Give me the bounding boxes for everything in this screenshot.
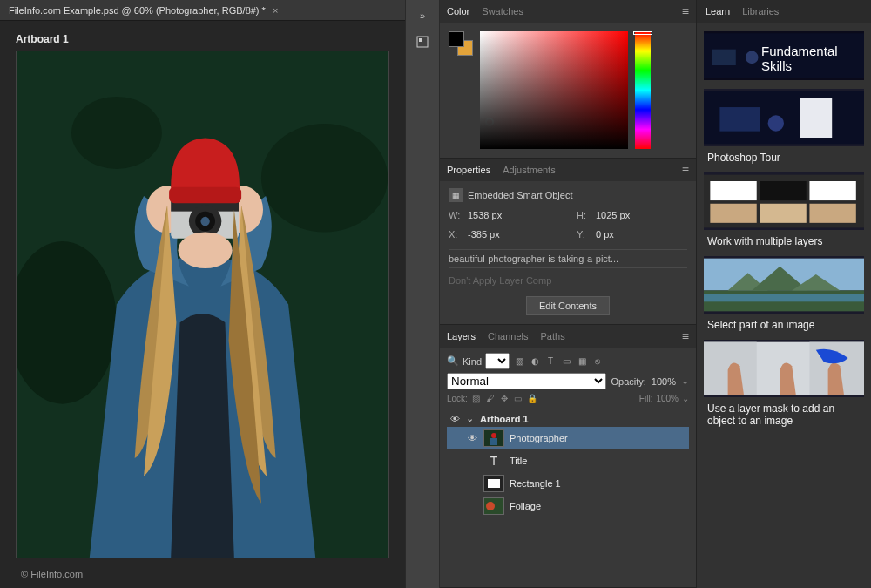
document-tab[interactable]: FileInfo.com Example.psd @ 60% (Photogra… bbox=[0, 0, 405, 21]
kind-filter-label: Kind bbox=[463, 356, 482, 367]
filter-type-icon[interactable]: T bbox=[544, 355, 557, 368]
layer-name[interactable]: Foliage bbox=[510, 501, 541, 511]
svg-rect-17 bbox=[490, 438, 497, 445]
layer-thumbnail bbox=[483, 497, 504, 515]
height-value[interactable]: 1025 px bbox=[596, 210, 630, 220]
opacity-value[interactable]: 100% bbox=[652, 376, 676, 387]
svg-rect-27 bbox=[719, 107, 760, 132]
layer-rectangle[interactable]: Rectangle 1 bbox=[447, 472, 689, 495]
tab-libraries[interactable]: Libraries bbox=[742, 6, 779, 17]
height-label: H: bbox=[577, 210, 591, 220]
y-value[interactable]: 0 px bbox=[596, 229, 614, 240]
learn-tile-tour[interactable]: Photoshop Tour bbox=[704, 89, 864, 166]
layer-thumbnail bbox=[483, 475, 504, 492]
svg-point-24 bbox=[746, 51, 759, 64]
edit-contents-button[interactable]: Edit Contents bbox=[526, 296, 610, 315]
fg-bg-swatch[interactable] bbox=[449, 31, 473, 56]
fill-label: Fill: bbox=[639, 394, 653, 403]
filter-pixel-icon[interactable]: ▧ bbox=[513, 355, 525, 368]
layer-comp-select[interactable]: Don't Apply Layer Comp bbox=[449, 274, 687, 293]
lock-all-icon[interactable]: 🔒 bbox=[527, 393, 537, 403]
layer-name[interactable]: Title bbox=[510, 456, 527, 466]
blend-mode-select[interactable]: Normal bbox=[447, 373, 606, 389]
width-label: W: bbox=[449, 210, 463, 220]
layer-thumbnail bbox=[483, 429, 504, 447]
close-icon[interactable]: × bbox=[273, 5, 278, 16]
lock-position-icon[interactable]: ✥ bbox=[499, 393, 510, 403]
learn-tile-select[interactable]: Select part of an image bbox=[704, 256, 864, 333]
layers-panel: Layers Channels Paths ≡ 🔍 Kind ▧ ◐ T ▭ ▦… bbox=[440, 325, 696, 588]
panel-menu-icon[interactable]: ≡ bbox=[682, 329, 689, 343]
learn-panel: Learn Libraries Fundamental Skills Photo… bbox=[697, 0, 871, 588]
tab-channels[interactable]: Channels bbox=[488, 328, 528, 345]
filter-smartobject-icon[interactable]: ▦ bbox=[576, 355, 588, 368]
collapsed-panels-strip: » bbox=[405, 0, 440, 588]
y-label: Y: bbox=[577, 229, 591, 240]
layer-name[interactable]: Rectangle 1 bbox=[510, 478, 561, 489]
svg-point-28 bbox=[768, 115, 784, 131]
document-title: FileInfo.com Example.psd @ 60% (Photogra… bbox=[9, 5, 266, 16]
watermark: © FileInfo.com bbox=[21, 569, 83, 579]
tab-learn[interactable]: Learn bbox=[706, 6, 730, 17]
layer-title[interactable]: T Title bbox=[447, 449, 689, 472]
filter-adjustment-icon[interactable]: ◐ bbox=[529, 355, 541, 368]
svg-rect-26 bbox=[800, 98, 832, 138]
learn-tile-mask[interactable]: Use a layer mask to add an object to an … bbox=[704, 340, 864, 429]
embedded-filename: beautiful-photographer-is-taking-a-pict.… bbox=[449, 249, 687, 268]
hue-slider-thumb[interactable] bbox=[633, 31, 652, 35]
tab-color[interactable]: Color bbox=[447, 3, 469, 20]
color-panel: Color Swatches ≡ bbox=[440, 0, 696, 159]
color-field-cursor[interactable] bbox=[485, 118, 494, 126]
foreground-swatch[interactable] bbox=[449, 31, 464, 47]
text-layer-icon: T bbox=[483, 452, 504, 470]
tab-paths[interactable]: Paths bbox=[541, 328, 565, 345]
lock-artboard-icon[interactable]: ▭ bbox=[513, 393, 523, 403]
svg-point-11 bbox=[178, 233, 232, 269]
lock-label: Lock: bbox=[447, 394, 468, 403]
history-panel-icon[interactable] bbox=[412, 31, 433, 52]
color-field[interactable] bbox=[480, 31, 628, 149]
hue-slider[interactable] bbox=[635, 31, 651, 149]
tab-swatches[interactable]: Swatches bbox=[482, 3, 523, 20]
smart-object-icon: ▦ bbox=[449, 188, 463, 202]
tile-caption: Use a layer mask to add an object to an … bbox=[704, 397, 864, 429]
panels-column: Color Swatches ≡ Properties bbox=[440, 0, 697, 588]
lock-pixels-icon[interactable]: 🖌 bbox=[485, 393, 496, 403]
fill-value[interactable]: 100% bbox=[656, 394, 679, 403]
svg-rect-32 bbox=[809, 181, 855, 200]
x-value[interactable]: -385 px bbox=[468, 229, 500, 240]
hero-title: Fundamental Skills bbox=[761, 44, 857, 73]
panel-menu-icon[interactable]: ≡ bbox=[682, 4, 689, 18]
layer-photographer[interactable]: 👁 Photographer bbox=[447, 427, 689, 449]
chevron-down-icon[interactable]: ⌄ bbox=[466, 413, 475, 424]
svg-rect-14 bbox=[419, 38, 422, 42]
svg-rect-23 bbox=[712, 50, 736, 65]
svg-point-10 bbox=[200, 217, 209, 226]
kind-filter-select[interactable] bbox=[485, 353, 510, 369]
filter-shape-icon[interactable]: ▭ bbox=[560, 355, 572, 368]
learn-hero[interactable]: Fundamental Skills bbox=[704, 31, 864, 80]
panel-menu-icon[interactable]: ≡ bbox=[682, 163, 689, 177]
svg-rect-19 bbox=[488, 479, 500, 488]
canvas[interactable] bbox=[16, 51, 389, 558]
filter-toggle-icon[interactable]: ⎋ bbox=[591, 355, 604, 368]
svg-point-1 bbox=[71, 97, 162, 169]
tab-layers[interactable]: Layers bbox=[447, 328, 476, 345]
layer-list: 👁 ⌄ Artboard 1 👁 Photographer T Title bbox=[447, 410, 689, 517]
opacity-label: Opacity: bbox=[611, 376, 646, 387]
layer-name[interactable]: Artboard 1 bbox=[480, 414, 529, 424]
lock-transparency-icon[interactable]: ▨ bbox=[471, 393, 482, 403]
tab-properties[interactable]: Properties bbox=[447, 161, 490, 179]
expand-panels-icon[interactable]: » bbox=[412, 5, 433, 26]
learn-tile-layers[interactable]: Work with multiple layers bbox=[704, 172, 864, 249]
layer-name[interactable]: Photographer bbox=[510, 433, 568, 443]
svg-point-2 bbox=[261, 124, 388, 233]
layer-foliage[interactable]: Foliage bbox=[447, 495, 689, 517]
visibility-toggle-icon[interactable]: 👁 bbox=[466, 433, 478, 443]
layer-artboard[interactable]: 👁 ⌄ Artboard 1 bbox=[447, 410, 689, 427]
width-value[interactable]: 1538 px bbox=[468, 210, 502, 220]
canvas-area: FileInfo.com Example.psd @ 60% (Photogra… bbox=[0, 0, 405, 588]
svg-rect-33 bbox=[710, 204, 756, 223]
visibility-toggle-icon[interactable]: 👁 bbox=[449, 414, 461, 424]
tab-adjustments[interactable]: Adjustments bbox=[503, 161, 556, 179]
